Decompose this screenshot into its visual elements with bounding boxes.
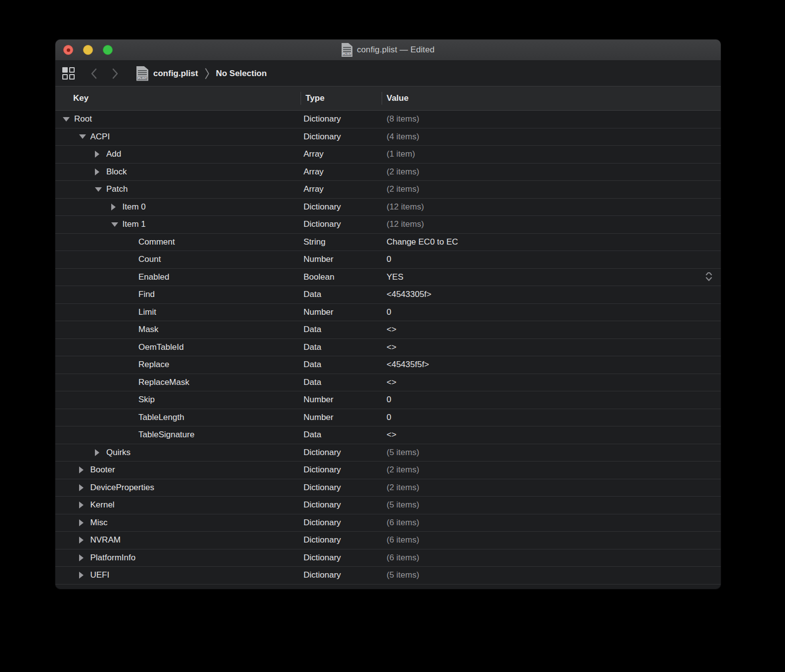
- row-value[interactable]: (12 items): [387, 202, 424, 212]
- row-value[interactable]: (6 items): [387, 535, 419, 545]
- row-value[interactable]: 0: [387, 254, 391, 264]
- disclosure-triangle-icon[interactable]: [79, 466, 90, 473]
- row-type[interactable]: Boolean: [301, 272, 382, 282]
- row-value[interactable]: (1 item): [387, 149, 415, 159]
- row-type[interactable]: Dictionary: [301, 202, 382, 212]
- row-value[interactable]: (2 items): [387, 167, 419, 177]
- row-type[interactable]: Dictionary: [301, 553, 382, 563]
- row-type[interactable]: Data: [301, 360, 382, 370]
- row-value[interactable]: Change EC0 to EC: [387, 237, 458, 247]
- row-type[interactable]: Data: [301, 342, 382, 352]
- row-type[interactable]: Dictionary: [301, 132, 382, 142]
- zoom-button[interactable]: [103, 45, 113, 55]
- table-row[interactable]: Booter Dictionary (2 items): [55, 462, 721, 479]
- breadcrumb-selection[interactable]: No Selection: [216, 69, 267, 79]
- row-value[interactable]: <45435f5f>: [387, 360, 429, 370]
- disclosure-triangle-icon[interactable]: [111, 204, 123, 210]
- forward-button[interactable]: [108, 66, 123, 81]
- row-type[interactable]: Dictionary: [301, 500, 382, 510]
- back-button[interactable]: [86, 66, 101, 81]
- row-value[interactable]: <>: [387, 378, 396, 387]
- row-type[interactable]: Data: [301, 378, 382, 387]
- row-type[interactable]: Array: [301, 184, 382, 194]
- table-row[interactable]: Add Array (1 item): [55, 146, 721, 164]
- row-type[interactable]: Data: [301, 290, 382, 299]
- row-value[interactable]: (6 items): [387, 518, 419, 528]
- table-row[interactable]: Block Array (2 items): [55, 164, 721, 181]
- row-type[interactable]: Data: [301, 430, 382, 440]
- table-row[interactable]: Patch Array (2 items): [55, 181, 721, 199]
- table-row[interactable]: Item 1 Dictionary (12 items): [55, 216, 721, 234]
- table-row[interactable]: TableLength Number 0: [55, 409, 721, 427]
- row-type[interactable]: Dictionary: [301, 448, 382, 458]
- row-type[interactable]: String: [301, 237, 382, 247]
- row-value[interactable]: (12 items): [387, 219, 424, 229]
- table-row[interactable]: ReplaceMask Data <>: [55, 374, 721, 392]
- column-header-type[interactable]: Type: [301, 92, 382, 105]
- disclosure-triangle-icon[interactable]: [95, 449, 106, 456]
- disclosure-triangle-icon[interactable]: [79, 537, 90, 544]
- table-row[interactable]: NVRAM Dictionary (6 items): [55, 532, 721, 549]
- row-value[interactable]: (4 items): [387, 132, 419, 142]
- table-row[interactable]: ACPI Dictionary (4 items): [55, 128, 721, 146]
- row-type[interactable]: Number: [301, 413, 382, 422]
- minimize-button[interactable]: [83, 45, 93, 55]
- table-row[interactable]: UEFI Dictionary (5 items): [55, 567, 721, 585]
- row-type[interactable]: Array: [301, 149, 382, 159]
- row-type[interactable]: Dictionary: [301, 570, 382, 580]
- table-row[interactable]: TableSignature Data <>: [55, 426, 721, 444]
- disclosure-triangle-icon[interactable]: [95, 168, 106, 175]
- row-type[interactable]: Dictionary: [301, 518, 382, 528]
- row-type[interactable]: Dictionary: [301, 465, 382, 475]
- disclosure-triangle-icon[interactable]: [79, 572, 90, 579]
- table-row[interactable]: Comment String Change EC0 to EC: [55, 234, 721, 252]
- row-value[interactable]: <>: [387, 325, 396, 335]
- table-row[interactable]: Item 0 Dictionary (12 items): [55, 199, 721, 216]
- row-type[interactable]: Dictionary: [301, 483, 382, 493]
- row-type[interactable]: Dictionary: [301, 535, 382, 545]
- row-value[interactable]: (5 items): [387, 570, 419, 580]
- table-row[interactable]: Quirks Dictionary (5 items): [55, 444, 721, 462]
- table-row[interactable]: Count Number 0: [55, 251, 721, 269]
- table-row[interactable]: Root Dictionary (8 items): [55, 111, 721, 128]
- row-value[interactable]: (6 items): [387, 553, 419, 563]
- row-type[interactable]: Number: [301, 395, 382, 405]
- row-value[interactable]: 0: [387, 395, 391, 405]
- table-row[interactable]: Kernel Dictionary (5 items): [55, 497, 721, 514]
- table-row[interactable]: Find Data <4543305f>: [55, 286, 721, 304]
- disclosure-triangle-icon[interactable]: [79, 519, 90, 526]
- disclosure-triangle-icon[interactable]: [63, 117, 74, 122]
- disclosure-triangle-icon[interactable]: [79, 134, 90, 139]
- disclosure-triangle-icon[interactable]: [111, 222, 123, 227]
- disclosure-triangle-icon[interactable]: [95, 151, 106, 158]
- row-value[interactable]: <4543305f>: [387, 290, 432, 299]
- table-row[interactable]: Misc Dictionary (6 items): [55, 514, 721, 532]
- column-header-value[interactable]: Value: [382, 92, 721, 105]
- table-row[interactable]: Replace Data <45435f5f>: [55, 356, 721, 374]
- column-header-key[interactable]: Key: [55, 93, 301, 103]
- disclosure-triangle-icon[interactable]: [79, 554, 90, 561]
- boolean-stepper[interactable]: [705, 272, 713, 282]
- row-value[interactable]: 0: [387, 413, 391, 422]
- row-value[interactable]: YES: [387, 272, 403, 282]
- row-type[interactable]: Array: [301, 167, 382, 177]
- row-value[interactable]: (2 items): [387, 483, 419, 493]
- disclosure-triangle-icon[interactable]: [79, 502, 90, 508]
- table-row[interactable]: Mask Data <>: [55, 321, 721, 339]
- table-row[interactable]: DeviceProperties Dictionary (2 items): [55, 479, 721, 497]
- disclosure-triangle-icon[interactable]: [79, 484, 90, 491]
- titlebar[interactable]: config.plist — Edited: [55, 40, 721, 61]
- row-type[interactable]: Number: [301, 307, 382, 317]
- table-row[interactable]: Skip Number 0: [55, 391, 721, 409]
- row-type[interactable]: Dictionary: [301, 114, 382, 124]
- row-value[interactable]: (2 items): [387, 184, 419, 194]
- row-value[interactable]: <>: [387, 342, 396, 352]
- row-value[interactable]: (5 items): [387, 448, 419, 458]
- row-value[interactable]: <>: [387, 430, 396, 440]
- row-value[interactable]: (8 items): [387, 114, 419, 124]
- row-type[interactable]: Data: [301, 325, 382, 335]
- row-value[interactable]: (2 items): [387, 465, 419, 475]
- table-row[interactable]: Enabled Boolean YES: [55, 269, 721, 287]
- table-row[interactable]: Limit Number 0: [55, 304, 721, 322]
- row-value[interactable]: 0: [387, 307, 391, 317]
